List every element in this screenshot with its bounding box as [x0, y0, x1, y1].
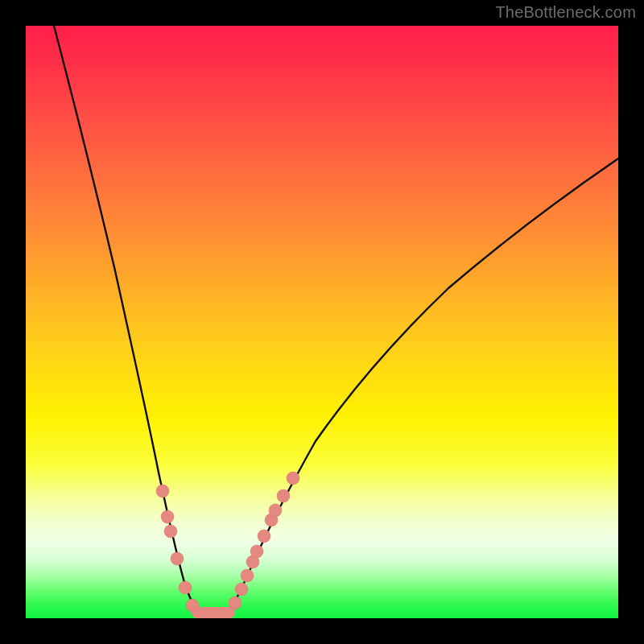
watermark-text: TheBottleneck.com [495, 3, 636, 22]
left-curve [54, 26, 201, 616]
marker-dot [179, 581, 192, 594]
marker-dot [241, 569, 254, 582]
marker-dot [229, 597, 242, 609]
marker-dot [186, 599, 199, 612]
right-curve [227, 159, 618, 616]
marker-dot [164, 525, 177, 538]
marker-dot [258, 530, 270, 543]
plot-area [26, 26, 618, 618]
marker-dot [287, 472, 299, 485]
curve-layer [26, 26, 618, 618]
marker-dot [277, 489, 290, 502]
marker-dot [171, 552, 184, 565]
chart-frame: TheBottleneck.com [0, 0, 644, 644]
marker-dot [156, 485, 169, 497]
marker-dot [269, 504, 282, 517]
marker-dot [235, 583, 248, 596]
marker-dot [250, 545, 263, 558]
marker-dot [161, 510, 174, 523]
